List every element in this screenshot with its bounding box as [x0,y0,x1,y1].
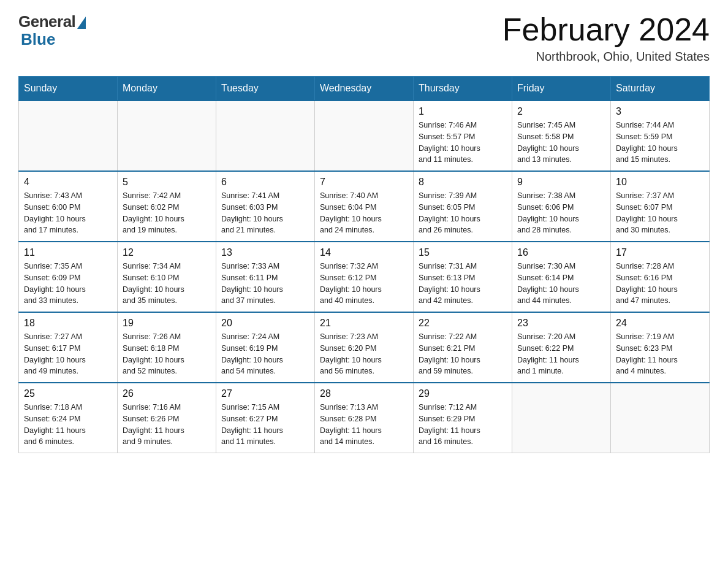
calendar-header-saturday: Saturday [611,77,710,101]
week-row-1: 1Sunrise: 7:46 AMSunset: 5:57 PMDaylight… [19,101,710,171]
calendar-cell-3-4: 14Sunrise: 7:32 AMSunset: 6:12 PMDayligh… [315,242,414,312]
logo-triangle-icon [77,17,86,29]
calendar-cell-2-5: 8Sunrise: 7:39 AMSunset: 6:05 PMDaylight… [414,171,512,242]
title-section: February 2024 Northbrook, Ohio, United S… [502,12,710,64]
day-info: Sunrise: 7:18 AMSunset: 6:24 PMDaylight:… [24,402,112,448]
logo-general-text: General [18,12,75,31]
day-info: Sunrise: 7:20 AMSunset: 6:22 PMDaylight:… [517,331,605,377]
calendar-cell-3-7: 17Sunrise: 7:28 AMSunset: 6:16 PMDayligh… [611,242,710,312]
day-number: 18 [24,318,112,329]
logo: General Blue [18,12,86,49]
calendar-cell-3-5: 15Sunrise: 7:31 AMSunset: 6:13 PMDayligh… [414,242,512,312]
logo-blue-text: Blue [18,30,55,49]
calendar-cell-5-5: 29Sunrise: 7:12 AMSunset: 6:29 PMDayligh… [414,383,512,453]
day-number: 24 [616,318,704,329]
calendar-cell-1-6: 2Sunrise: 7:45 AMSunset: 5:58 PMDaylight… [512,101,611,171]
calendar-cell-1-2 [118,101,216,171]
day-info: Sunrise: 7:45 AMSunset: 5:58 PMDaylight:… [517,120,605,166]
day-info: Sunrise: 7:46 AMSunset: 5:57 PMDaylight:… [419,120,507,166]
calendar-cell-5-1: 25Sunrise: 7:18 AMSunset: 6:24 PMDayligh… [19,383,118,453]
day-number: 19 [123,318,211,329]
calendar-cell-4-2: 19Sunrise: 7:26 AMSunset: 6:18 PMDayligh… [118,312,216,383]
calendar-cell-1-7: 3Sunrise: 7:44 AMSunset: 5:59 PMDaylight… [611,101,710,171]
month-title: February 2024 [502,12,710,47]
day-number: 21 [320,318,408,329]
day-number: 22 [419,318,507,329]
day-info: Sunrise: 7:40 AMSunset: 6:04 PMDaylight:… [320,190,408,236]
calendar-cell-1-3 [216,101,315,171]
location: Northbrook, Ohio, United States [502,50,710,64]
day-info: Sunrise: 7:44 AMSunset: 5:59 PMDaylight:… [616,120,704,166]
day-number: 27 [221,388,309,399]
day-number: 2 [517,106,605,117]
day-number: 7 [320,177,408,188]
day-info: Sunrise: 7:16 AMSunset: 6:26 PMDaylight:… [123,402,211,448]
day-info: Sunrise: 7:23 AMSunset: 6:20 PMDaylight:… [320,331,408,377]
calendar-cell-4-1: 18Sunrise: 7:27 AMSunset: 6:17 PMDayligh… [19,312,118,383]
calendar-cell-4-5: 22Sunrise: 7:22 AMSunset: 6:21 PMDayligh… [414,312,512,383]
day-info: Sunrise: 7:39 AMSunset: 6:05 PMDaylight:… [419,190,507,236]
week-row-5: 25Sunrise: 7:18 AMSunset: 6:24 PMDayligh… [19,383,710,453]
calendar-cell-5-4: 28Sunrise: 7:13 AMSunset: 6:28 PMDayligh… [315,383,414,453]
day-info: Sunrise: 7:33 AMSunset: 6:11 PMDaylight:… [221,261,309,307]
day-info: Sunrise: 7:26 AMSunset: 6:18 PMDaylight:… [123,331,211,377]
calendar-header-monday: Monday [118,77,216,101]
calendar-header-tuesday: Tuesday [216,77,315,101]
day-number: 12 [123,247,211,258]
calendar-table: SundayMondayTuesdayWednesdayThursdayFrid… [18,76,710,453]
calendar-cell-2-3: 6Sunrise: 7:41 AMSunset: 6:03 PMDaylight… [216,171,315,242]
week-row-4: 18Sunrise: 7:27 AMSunset: 6:17 PMDayligh… [19,312,710,383]
day-number: 10 [616,177,704,188]
calendar-cell-2-4: 7Sunrise: 7:40 AMSunset: 6:04 PMDaylight… [315,171,414,242]
day-info: Sunrise: 7:27 AMSunset: 6:17 PMDaylight:… [24,331,112,377]
day-info: Sunrise: 7:32 AMSunset: 6:12 PMDaylight:… [320,261,408,307]
page-header: General Blue February 2024 Northbrook, O… [18,12,710,64]
calendar-cell-1-5: 1Sunrise: 7:46 AMSunset: 5:57 PMDaylight… [414,101,512,171]
calendar-cell-1-4 [315,101,414,171]
day-number: 28 [320,388,408,399]
day-number: 23 [517,318,605,329]
calendar-header-thursday: Thursday [414,77,512,101]
calendar-cell-2-7: 10Sunrise: 7:37 AMSunset: 6:07 PMDayligh… [611,171,710,242]
calendar-cell-1-1 [19,101,118,171]
day-number: 20 [221,318,309,329]
calendar-cell-5-7 [611,383,710,453]
day-number: 13 [221,247,309,258]
day-info: Sunrise: 7:24 AMSunset: 6:19 PMDaylight:… [221,331,309,377]
calendar-cell-2-6: 9Sunrise: 7:38 AMSunset: 6:06 PMDaylight… [512,171,611,242]
week-row-3: 11Sunrise: 7:35 AMSunset: 6:09 PMDayligh… [19,242,710,312]
calendar-cell-5-3: 27Sunrise: 7:15 AMSunset: 6:27 PMDayligh… [216,383,315,453]
day-number: 4 [24,177,112,188]
day-info: Sunrise: 7:19 AMSunset: 6:23 PMDaylight:… [616,331,704,377]
day-number: 8 [419,177,507,188]
calendar-header-wednesday: Wednesday [315,77,414,101]
calendar-cell-2-1: 4Sunrise: 7:43 AMSunset: 6:00 PMDaylight… [19,171,118,242]
calendar-cell-4-7: 24Sunrise: 7:19 AMSunset: 6:23 PMDayligh… [611,312,710,383]
calendar-cell-3-3: 13Sunrise: 7:33 AMSunset: 6:11 PMDayligh… [216,242,315,312]
day-info: Sunrise: 7:22 AMSunset: 6:21 PMDaylight:… [419,331,507,377]
day-info: Sunrise: 7:15 AMSunset: 6:27 PMDaylight:… [221,402,309,448]
calendar-cell-4-3: 20Sunrise: 7:24 AMSunset: 6:19 PMDayligh… [216,312,315,383]
day-info: Sunrise: 7:42 AMSunset: 6:02 PMDaylight:… [123,190,211,236]
day-info: Sunrise: 7:41 AMSunset: 6:03 PMDaylight:… [221,190,309,236]
calendar-cell-5-6 [512,383,611,453]
day-number: 26 [123,388,211,399]
day-number: 14 [320,247,408,258]
day-info: Sunrise: 7:43 AMSunset: 6:00 PMDaylight:… [24,190,112,236]
day-number: 16 [517,247,605,258]
day-number: 5 [123,177,211,188]
calendar-header-friday: Friday [512,77,611,101]
calendar-cell-3-2: 12Sunrise: 7:34 AMSunset: 6:10 PMDayligh… [118,242,216,312]
calendar-header-sunday: Sunday [19,77,118,101]
week-row-2: 4Sunrise: 7:43 AMSunset: 6:00 PMDaylight… [19,171,710,242]
calendar-header-row: SundayMondayTuesdayWednesdayThursdayFrid… [19,77,710,101]
day-number: 9 [517,177,605,188]
calendar-cell-4-4: 21Sunrise: 7:23 AMSunset: 6:20 PMDayligh… [315,312,414,383]
day-number: 3 [616,106,704,117]
calendar-cell-3-1: 11Sunrise: 7:35 AMSunset: 6:09 PMDayligh… [19,242,118,312]
day-info: Sunrise: 7:35 AMSunset: 6:09 PMDaylight:… [24,261,112,307]
day-info: Sunrise: 7:31 AMSunset: 6:13 PMDaylight:… [419,261,507,307]
day-number: 17 [616,247,704,258]
day-info: Sunrise: 7:30 AMSunset: 6:14 PMDaylight:… [517,261,605,307]
day-info: Sunrise: 7:37 AMSunset: 6:07 PMDaylight:… [616,190,704,236]
